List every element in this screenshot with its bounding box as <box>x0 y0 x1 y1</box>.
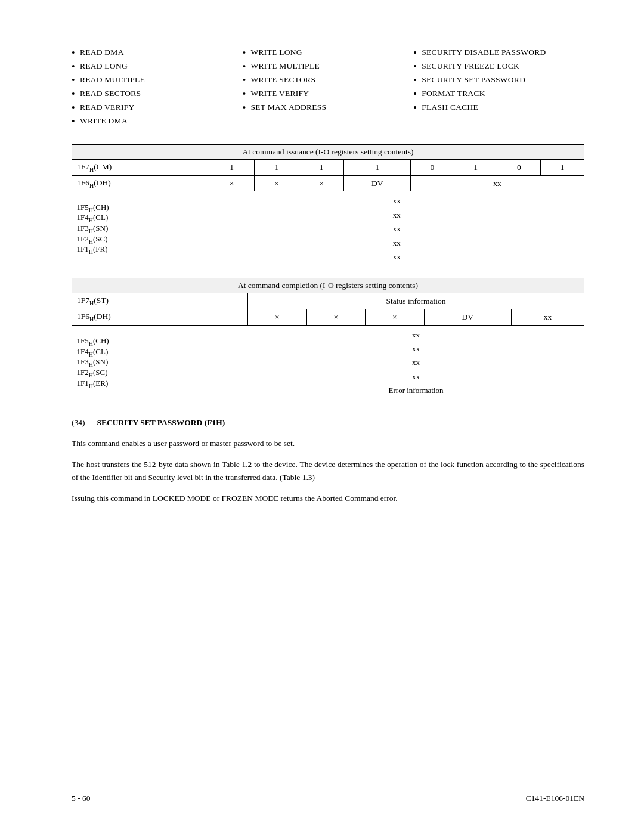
table-command-completion: At command completion (I-O registers set… <box>72 278 584 400</box>
table-row: 1F5H(CH) 1F4H(CL) 1F3H(SN) 1F2H(SC) 1F1H… <box>72 325 584 400</box>
bullet-label: WRITE VERIFY <box>251 89 309 98</box>
table-row: 1F7H(ST) Status information <box>72 293 584 309</box>
cell-7: 0 <box>497 160 541 176</box>
bullet-item-flash-cache: • FLASH CACHE <box>413 103 584 113</box>
paragraph-2: The host transfers the 512-byte data sho… <box>72 458 584 484</box>
bullet-item-write-verify: • WRITE VERIFY <box>243 89 414 99</box>
table2-header: At command completion (I-O registers set… <box>72 278 584 293</box>
paragraph-3: Issuing this command in LOCKED MODE or F… <box>72 492 584 505</box>
reg-1f7-st: 1F7H(ST) <box>72 293 248 309</box>
cell-x3: × <box>366 309 425 326</box>
bullet-dot: • <box>413 103 417 113</box>
table-command-issuance: At command issuance (I-O registers setti… <box>72 144 584 266</box>
multi-reg-labels: 1F5H(CH) 1F4H(CL) 1F3H(SN) 1F2H(SC) 1F1H… <box>72 191 209 266</box>
bullet-item-write-multiple: • WRITE MULTIPLE <box>243 61 414 72</box>
bullet-dot: • <box>243 76 246 85</box>
cell-4: 1 <box>344 160 411 176</box>
bullet-item-read-dma: • READ DMA <box>72 48 243 58</box>
bullet-label: SET MAX ADDRESS <box>251 103 327 112</box>
bullet-dot: • <box>413 76 417 85</box>
cell-2: 1 <box>254 160 299 176</box>
bullet-item-set-max-address: • SET MAX ADDRESS <box>243 103 414 113</box>
table-row: 1F7H(CM) 1 1 1 1 0 1 0 1 <box>72 160 584 176</box>
bullet-label: FLASH CACHE <box>422 103 478 112</box>
section-title: SECURITY SET PASSWORD (F1h) <box>97 418 225 428</box>
table-row: 1F6H(DH) × × × DV xx <box>72 175 584 191</box>
cell-dv: DV <box>344 175 411 191</box>
cell-8: 1 <box>541 160 584 176</box>
cell-1: 1 <box>209 160 254 176</box>
bullet-dot: • <box>243 89 246 99</box>
cell-dv: DV <box>424 309 511 326</box>
multi-reg-labels-2: 1F5H(CH) 1F4H(CL) 1F3H(SN) 1F2H(SC) 1F1H… <box>72 325 248 400</box>
cell-x3: × <box>299 175 344 191</box>
bullet-item-read-multiple: • READ MULTIPLE <box>72 75 243 85</box>
bullet-dot: • <box>243 62 246 72</box>
section-34: (34) SECURITY SET PASSWORD (F1h) This co… <box>72 418 584 505</box>
bullet-label: WRITE LONG <box>251 48 302 57</box>
bullet-label: READ SECTORS <box>80 89 141 98</box>
paragraph-1: This command enables a user password or … <box>72 437 584 450</box>
cell-3: 1 <box>299 160 344 176</box>
bullet-col-3: • SECURITY DISABLE PASSWORD • SECURITY F… <box>413 48 584 126</box>
bullet-dot: • <box>72 103 75 113</box>
cell-xx: xx <box>411 175 584 191</box>
bullet-item-write-sectors: • WRITE SECTORS <box>243 75 414 85</box>
bullet-label: WRITE SECTORS <box>251 75 316 85</box>
bullet-label: WRITE DMA <box>80 116 128 126</box>
reg-1f7-cm: 1F7H(CM) <box>72 160 209 176</box>
cell-6: 1 <box>454 160 497 176</box>
bullet-item-read-sectors: • READ SECTORS <box>72 89 243 99</box>
section-number: (34) <box>72 418 85 428</box>
status-info: Status information <box>248 293 584 309</box>
bullet-label: READ MULTIPLE <box>80 75 145 85</box>
table1-header: At command issuance (I-O registers setti… <box>72 145 584 160</box>
reg-1f6-dh: 1F6H(DH) <box>72 175 209 191</box>
bullet-item-read-long: • READ LONG <box>72 61 243 72</box>
table-row: 1F5H(CH) 1F4H(CL) 1F3H(SN) 1F2H(SC) 1F1H… <box>72 191 584 266</box>
bullet-dot: • <box>413 62 417 72</box>
reg-1f6-dh-2: 1F6H(DH) <box>72 309 248 326</box>
bullet-item-security-disable: • SECURITY DISABLE PASSWORD <box>413 48 584 58</box>
footer-doc-id: C141-E106-01EN <box>526 794 584 803</box>
multi-reg-values-2: xxxxxxxxError information <box>248 325 584 400</box>
cell-x2: × <box>254 175 299 191</box>
bullet-item-security-set: • SECURITY SET PASSWORD <box>413 75 584 85</box>
bullet-label: SECURITY FREEZE LOCK <box>422 61 519 71</box>
bullet-label: WRITE MULTIPLE <box>251 61 320 71</box>
bullet-col-1: • READ DMA • READ LONG • READ MULTIPLE •… <box>72 48 243 126</box>
footer: 5 - 60 C141-E106-01EN <box>0 794 644 803</box>
multi-reg-values: xxxxxxxxxx <box>209 191 584 266</box>
bullet-label: READ LONG <box>80 61 128 71</box>
bullet-section: • READ DMA • READ LONG • READ MULTIPLE •… <box>72 48 584 126</box>
cell-5: 0 <box>411 160 454 176</box>
bullet-dot: • <box>413 48 417 58</box>
bullet-dot: • <box>72 62 75 72</box>
table-row: 1F6H(DH) × × × DV xx <box>72 309 584 326</box>
bullet-label: FORMAT TRACK <box>422 89 485 98</box>
bullet-label: READ DMA <box>80 48 124 57</box>
bullet-dot: • <box>243 103 246 113</box>
bullet-dot: • <box>72 117 75 126</box>
bullet-dot: • <box>72 89 75 99</box>
cell-x2: × <box>306 309 366 326</box>
bullet-item-security-freeze: • SECURITY FREEZE LOCK <box>413 61 584 72</box>
cell-x1: × <box>248 309 307 326</box>
footer-page: 5 - 60 <box>72 794 91 803</box>
bullet-label: READ VERIFY <box>80 103 135 112</box>
bullet-col-2: • WRITE LONG • WRITE MULTIPLE • WRITE SE… <box>243 48 414 126</box>
bullet-item-read-verify: • READ VERIFY <box>72 103 243 113</box>
bullet-dot: • <box>243 48 246 58</box>
bullet-item-write-long: • WRITE LONG <box>243 48 414 58</box>
bullet-dot: • <box>413 89 417 99</box>
cell-xx: xx <box>511 309 584 326</box>
bullet-label: SECURITY DISABLE PASSWORD <box>422 48 546 57</box>
bullet-dot: • <box>72 76 75 85</box>
cell-x1: × <box>209 175 254 191</box>
section-heading: (34) SECURITY SET PASSWORD (F1h) <box>72 418 584 428</box>
bullet-label: SECURITY SET PASSWORD <box>422 75 525 85</box>
bullet-item-write-dma: • WRITE DMA <box>72 116 243 126</box>
bullet-dot: • <box>72 48 75 58</box>
bullet-item-format-track: • FORMAT TRACK <box>413 89 584 99</box>
